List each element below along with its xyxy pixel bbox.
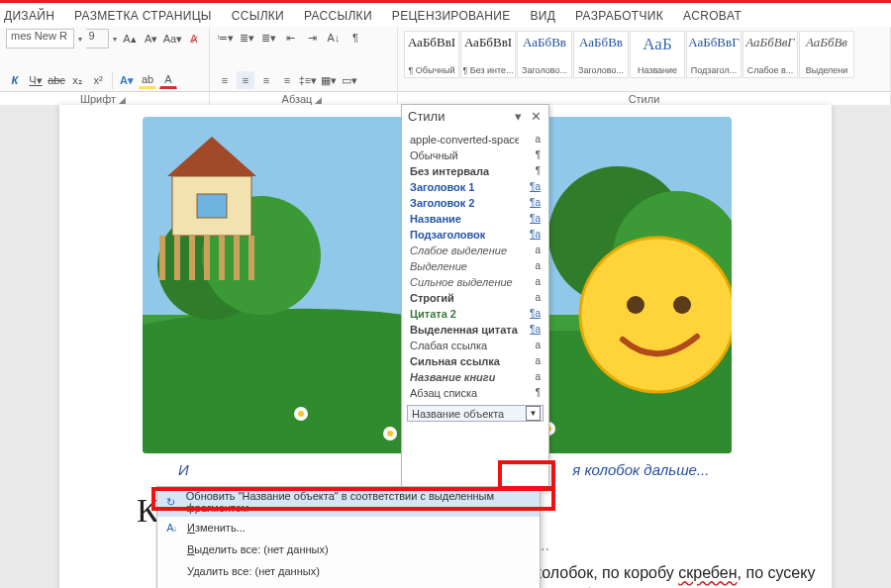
- align-left-icon[interactable]: ≡: [216, 71, 234, 89]
- style-row[interactable]: apple-converted-space a: [408, 132, 543, 147]
- font-size-combo[interactable]: 9: [86, 29, 110, 49]
- style-row[interactable]: Слабая ссылка a: [408, 338, 543, 353]
- font-color-icon[interactable]: A: [159, 71, 177, 89]
- style-name: Без интервала: [410, 165, 489, 177]
- style-row[interactable]: Название ¶a: [408, 211, 543, 227]
- borders-icon[interactable]: ▭▾: [341, 71, 358, 89]
- dialog-launcher-icon[interactable]: ◢: [312, 95, 325, 105]
- style-row[interactable]: Слабое выделение a: [408, 243, 543, 258]
- show-marks-icon[interactable]: ¶: [346, 29, 364, 47]
- style-row[interactable]: Обычный ¶: [408, 147, 543, 163]
- bullets-icon[interactable]: ≔▾: [216, 29, 234, 47]
- style-row[interactable]: Заголовок 1 ¶a: [408, 179, 543, 195]
- styles-list[interactable]: apple-converted-space aОбычный ¶Без инте…: [402, 128, 548, 403]
- style-type-icon: a: [525, 340, 541, 351]
- tab-developer[interactable]: РАЗРАБОТЧИК: [575, 9, 663, 23]
- style-name: Выделенная цитата: [410, 324, 518, 336]
- multilevel-icon[interactable]: ≣▾: [259, 29, 277, 47]
- style-gallery-item[interactable]: АаБбВв Заголово...: [573, 31, 629, 78]
- style-row[interactable]: Сильная ссылка a: [408, 353, 543, 369]
- styles-selected-row[interactable]: Название объекта ▼: [407, 405, 544, 422]
- separator: [112, 71, 113, 89]
- svg-point-24: [387, 431, 393, 437]
- indent-dec-icon[interactable]: ⇤: [281, 29, 299, 47]
- style-type-icon: ¶a: [525, 308, 541, 320]
- subscript-icon[interactable]: x₂: [68, 71, 86, 89]
- strike-icon[interactable]: abc: [48, 71, 65, 89]
- svg-point-17: [627, 296, 644, 314]
- shrink-font-icon[interactable]: A▾: [143, 30, 160, 48]
- style-gallery[interactable]: АаБбВвІ ¶ ОбычныйАаБбВвІ ¶ Без инте...Аа…: [404, 29, 884, 80]
- change-case-icon[interactable]: Aa▾: [163, 30, 181, 48]
- tab-acrobat[interactable]: ACROBAT: [683, 9, 742, 23]
- style-gallery-item[interactable]: АаБбВвІ ¶ Обычный: [404, 31, 459, 78]
- sort-icon[interactable]: A↓: [325, 29, 343, 47]
- justify-icon[interactable]: ≡: [278, 71, 296, 89]
- style-row[interactable]: Без интервала ¶: [408, 163, 543, 179]
- indent-inc-icon[interactable]: ⇥: [303, 29, 321, 47]
- line-spacing-icon[interactable]: ‡≡▾: [299, 71, 317, 89]
- align-center-icon[interactable]: ≡: [237, 71, 254, 89]
- style-label: Название: [638, 65, 677, 75]
- style-row[interactable]: Название книги a: [408, 369, 543, 385]
- tab-links[interactable]: ССЫЛКИ: [232, 9, 284, 23]
- style-gallery-item[interactable]: АаБбВв Заголово...: [517, 31, 572, 78]
- ctx-delete-all[interactable]: Удалить все: (нет данных): [157, 560, 540, 582]
- group-styles: АаБбВвІ ¶ ОбычныйАаБбВвІ ¶ Без инте...Аа…: [398, 27, 891, 91]
- pane-close-icon[interactable]: ✕: [529, 109, 543, 124]
- style-name: Подзаголовок: [410, 229, 485, 241]
- styles-selected-name: Название объекта: [412, 408, 504, 420]
- ctx-select-all[interactable]: Выделить все: (нет данных): [157, 539, 540, 560]
- numbering-icon[interactable]: ≣▾: [238, 29, 255, 47]
- style-gallery-item[interactable]: АаБбВвІ ¶ Без инте...: [460, 31, 516, 78]
- styles-task-pane: Стили ▾ ✕ apple-converted-space aОбычный…: [401, 104, 549, 490]
- tab-mailings[interactable]: РАССЫЛКИ: [304, 9, 372, 23]
- style-row[interactable]: Выделение a: [408, 258, 543, 274]
- style-row[interactable]: Цитата 2 ¶a: [408, 306, 543, 322]
- style-row[interactable]: Абзац списка ¶: [408, 385, 543, 401]
- style-name: Сильное выделение: [410, 276, 513, 288]
- style-row[interactable]: Строгий a: [408, 290, 543, 306]
- style-type-icon: ¶a: [525, 229, 541, 241]
- style-name: Название книги: [410, 371, 495, 383]
- tab-design[interactable]: ДИЗАЙН: [4, 9, 54, 23]
- style-sample: АаБбВв: [806, 35, 847, 50]
- style-sample: АаБбВв: [579, 35, 623, 50]
- edit-icon: Aᵢ: [163, 520, 179, 536]
- style-gallery-item[interactable]: АаБбВв Выделени: [799, 31, 854, 78]
- ctx-modify-style[interactable]: Aᵢ Изменить...: [157, 517, 540, 539]
- font-size-caret-icon[interactable]: ▾: [113, 35, 117, 44]
- pane-options-caret-icon[interactable]: ▾: [511, 109, 525, 124]
- shading-icon[interactable]: ▦▾: [320, 71, 338, 89]
- superscript-icon[interactable]: x²: [89, 71, 107, 89]
- tab-review[interactable]: РЕЦЕНЗИРОВАНИЕ: [392, 9, 511, 23]
- style-row[interactable]: Подзаголовок ¶a: [408, 227, 543, 243]
- style-type-icon: a: [525, 276, 541, 288]
- tab-view[interactable]: ВИД: [530, 9, 555, 23]
- font-name-combo[interactable]: mes New R: [6, 29, 74, 49]
- paragraph-line-1: колобок, по коробу скребен, по сусеку: [535, 564, 815, 582]
- style-row[interactable]: Сильное выделение a: [408, 274, 543, 290]
- svg-point-18: [673, 296, 691, 314]
- italic-icon[interactable]: К: [6, 71, 24, 89]
- style-dropdown-icon[interactable]: ▼: [526, 406, 541, 421]
- highlight-icon[interactable]: ab: [139, 71, 156, 89]
- style-gallery-item[interactable]: АаБбВвГ Подзагол...: [686, 31, 742, 78]
- font-name-caret-icon[interactable]: ▾: [78, 35, 82, 44]
- group-label-font: Шрифт: [80, 93, 116, 105]
- style-row[interactable]: Заголовок 2 ¶a: [408, 195, 543, 211]
- clear-format-icon[interactable]: A̷: [185, 30, 203, 48]
- style-label: Подзагол...: [691, 65, 737, 75]
- style-row[interactable]: Выделенная цитата ¶a: [408, 322, 543, 338]
- align-right-icon[interactable]: ≡: [257, 71, 275, 89]
- style-gallery-item[interactable]: АаБ Название: [630, 31, 685, 78]
- ctx-delete-style[interactable]: Удалить "Название объекта"...: [157, 582, 540, 588]
- group-paragraph: ≔▾ ≣▾ ≣▾ ⇤ ⇥ A↓ ¶ ≡ ≡ ≡ ≡ ‡≡▾ ▦▾ ▭▾: [210, 27, 398, 91]
- style-gallery-item[interactable]: АаБбВвГ Слабое в...: [742, 31, 798, 78]
- grow-font-icon[interactable]: A▴: [121, 30, 139, 48]
- group-label-paragraph: Абзац: [282, 93, 313, 105]
- tab-layout[interactable]: РАЗМЕТКА СТРАНИЦЫ: [74, 9, 212, 23]
- text-effects-icon[interactable]: A▾: [118, 71, 136, 89]
- underline-icon[interactable]: Ч▾: [27, 71, 45, 89]
- dialog-launcher-icon[interactable]: ◢: [116, 95, 129, 105]
